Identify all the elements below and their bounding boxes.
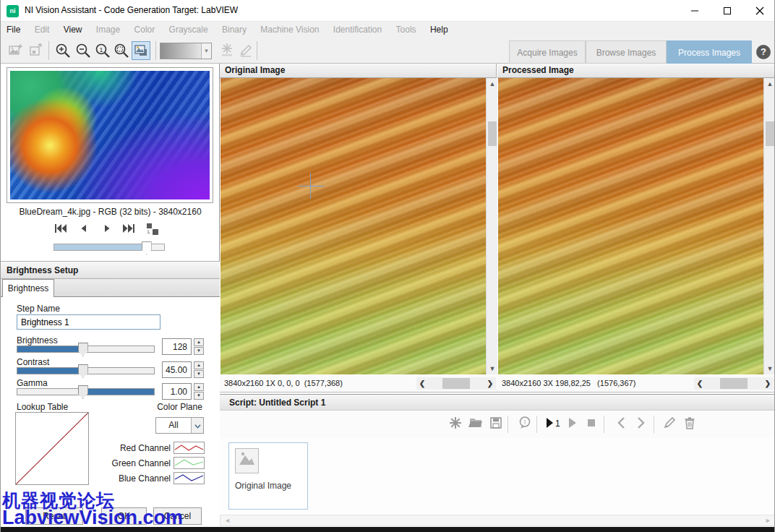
run-button[interactable] (564, 416, 581, 433)
brightness-slider[interactable] (17, 346, 155, 353)
menu-tools[interactable]: Tools (390, 22, 422, 38)
spin-down-icon[interactable]: ▼ (194, 392, 204, 400)
tab-browse-images[interactable]: Browse Images (586, 40, 667, 64)
original-horizontal-scrollbar[interactable]: ❮ ❯ (416, 377, 496, 390)
maximize-button[interactable] (711, 0, 743, 22)
save-icon (489, 416, 503, 430)
run-icon (565, 416, 580, 430)
spin-up-icon[interactable]: ▲ (194, 383, 204, 391)
lookup-table-label: Lookup Table (17, 402, 68, 412)
contrast-slider-thumb[interactable] (78, 364, 88, 378)
scroll-down-icon[interactable]: ▼ (764, 363, 775, 374)
tab-process-images[interactable]: Process Images (667, 40, 752, 64)
tab-brightness[interactable]: Brightness (2, 279, 54, 297)
scroll-up-icon[interactable]: ▲ (764, 78, 775, 90)
scroll-right-icon[interactable]: ► (765, 517, 771, 524)
menu-color[interactable]: Color (129, 22, 161, 38)
comment-button[interactable]: ! (516, 416, 534, 433)
menu-identification[interactable]: Identification (327, 22, 388, 38)
svg-text:!: ! (524, 419, 526, 426)
menu-image[interactable]: Image (90, 22, 126, 38)
image-nav-slider[interactable] (53, 244, 165, 251)
frames-icon: L (145, 223, 159, 236)
processed-image-view[interactable] (498, 78, 763, 374)
comment-icon: ! (518, 416, 532, 430)
gamma-slider[interactable] (17, 388, 155, 395)
brightness-slider-thumb[interactable] (78, 343, 88, 356)
gamma-value[interactable]: 1.00 (162, 383, 192, 400)
chevron-down-icon[interactable]: ▼ (201, 43, 211, 59)
run-once-button[interactable]: 1 (542, 416, 564, 433)
draw-tool-button[interactable] (236, 41, 255, 60)
zoom-fit-button[interactable] (112, 41, 131, 60)
menu-grayscale[interactable]: Grayscale (163, 22, 214, 38)
delete-step-button[interactable] (681, 416, 698, 433)
first-image-button[interactable] (53, 223, 69, 236)
menu-file[interactable]: File (1, 22, 26, 38)
scroll-left-icon[interactable]: ◄ (224, 517, 231, 524)
help-button[interactable]: ? (756, 45, 771, 59)
acquire-image-button[interactable] (7, 41, 25, 60)
last-image-button[interactable] (121, 223, 137, 236)
color-plane-dropdown[interactable]: All (155, 417, 204, 434)
thumbnail-view-button[interactable]: L (144, 223, 160, 236)
stop-icon (584, 416, 599, 430)
original-vertical-scrollbar[interactable]: ▲ ▼ (486, 78, 497, 374)
minimize-button[interactable] (678, 0, 711, 22)
zoom-1x-button[interactable]: 1 (93, 41, 112, 60)
spin-down-icon[interactable]: ▼ (194, 347, 204, 355)
tab-acquire-images[interactable]: Acquire Images (509, 40, 586, 64)
spin-up-icon[interactable]: ▲ (194, 338, 204, 346)
store-image-button[interactable] (27, 41, 46, 60)
script-step-card[interactable]: Original Image (228, 442, 308, 510)
scrollbar-thumb[interactable] (442, 378, 470, 389)
scroll-right-icon[interactable]: ❯ (762, 377, 774, 390)
close-button[interactable] (743, 0, 775, 22)
step-name-input[interactable] (17, 314, 160, 330)
scrollbar-thumb[interactable] (488, 121, 497, 146)
nav-slider-thumb[interactable] (142, 241, 152, 254)
contrast-label: Contrast (17, 357, 49, 367)
menu-machine-vision[interactable]: Machine Vision (254, 22, 325, 38)
zoom-out-icon (74, 42, 92, 59)
palette-select[interactable]: ▼ (160, 43, 212, 59)
new-script-button[interactable] (447, 416, 464, 433)
scroll-left-icon[interactable]: ❮ (694, 377, 706, 390)
spin-up-icon[interactable]: ▲ (194, 361, 204, 369)
contrast-slider[interactable] (17, 367, 155, 374)
step-forward-button[interactable] (632, 416, 649, 433)
stop-button[interactable] (583, 416, 600, 433)
original-image-view[interactable] (220, 78, 486, 374)
view-image-tool-button[interactable] (132, 41, 150, 60)
brightness-spinner: ▲ ▼ (194, 338, 204, 355)
menu-help[interactable]: Help (424, 22, 454, 38)
scrollbar-thumb[interactable] (766, 121, 774, 146)
scroll-left-icon[interactable]: ❮ (416, 377, 428, 390)
zoom-in-button[interactable] (53, 41, 72, 60)
menu-view[interactable]: View (58, 22, 88, 38)
chevron-down-icon[interactable] (191, 418, 203, 433)
brightness-value[interactable]: 128 (162, 338, 192, 355)
spin-down-icon[interactable]: ▼ (194, 370, 204, 378)
contrast-value[interactable]: 45.00 (162, 361, 192, 378)
step-back-button[interactable] (613, 416, 630, 433)
zoom-out-button[interactable] (74, 41, 93, 60)
scroll-up-icon[interactable]: ▲ (487, 78, 498, 90)
menu-edit[interactable]: Edit (29, 22, 56, 38)
processed-horizontal-scrollbar[interactable]: ❮ ❯ (694, 377, 774, 390)
save-script-button[interactable] (487, 416, 505, 433)
image-browser-thumbnail[interactable] (7, 67, 213, 203)
processed-vertical-scrollbar[interactable]: ▲ ▼ (763, 78, 775, 374)
gamma-slider-thumb[interactable] (78, 385, 88, 399)
menu-bar: File Edit View Image Color Grayscale Bin… (1, 22, 775, 38)
open-script-button[interactable] (467, 416, 484, 433)
menu-binary[interactable]: Binary (216, 22, 252, 38)
edit-step-button[interactable] (661, 416, 678, 433)
script-horizontal-scrollbar[interactable]: ◄ ► (220, 515, 775, 526)
next-image-button[interactable] (99, 223, 115, 236)
scroll-down-icon[interactable]: ▼ (487, 363, 498, 374)
scrollbar-thumb[interactable] (720, 378, 748, 389)
previous-image-button[interactable] (76, 223, 92, 236)
brightness-tool-button[interactable] (218, 41, 236, 60)
scroll-right-icon[interactable]: ❯ (484, 377, 496, 390)
